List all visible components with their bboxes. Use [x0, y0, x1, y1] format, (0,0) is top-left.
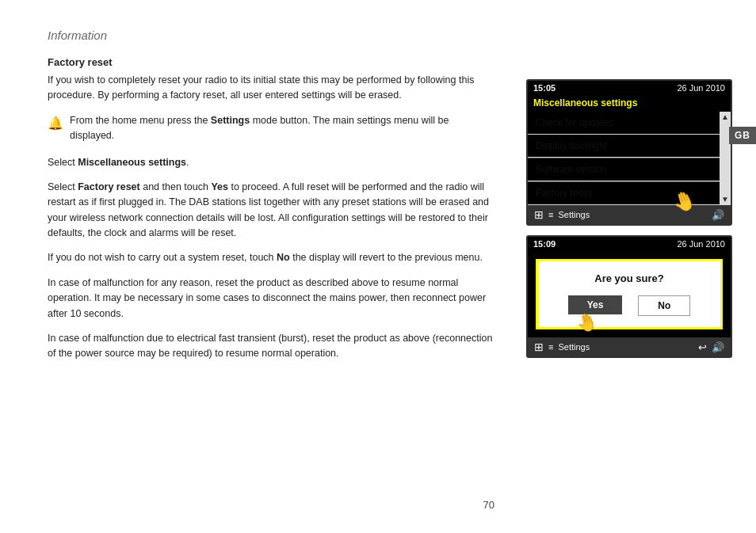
select-misc-text: Select Miscellaneous settings. — [48, 155, 494, 170]
factory-reset-bold: Factory reset — [78, 181, 140, 192]
screen1-toolbar-label: Settings — [558, 210, 707, 219]
settings-note: 🔔 From the home menu press the Settings … — [48, 113, 494, 144]
screen2-toolbar: ⊞ ≡ Settings ↩ 🔊 — [528, 337, 731, 356]
gb-badge-wrapper: GB — [729, 127, 756, 144]
menu-item-label: Display backlight — [536, 140, 607, 151]
menu-item-label: Factory reset — [536, 188, 591, 199]
grid-icon-2: ⊞ — [534, 341, 544, 353]
para1: If you wish to completely reset your rad… — [48, 73, 494, 104]
malfunction-para2: In case of malfunction due to electrical… — [48, 331, 494, 362]
factory-reset-heading: Factory reset — [48, 56, 494, 68]
screen2-time: 15:09 — [533, 239, 556, 249]
screen2-body: Are you sure? Yes 🤚 No — [528, 251, 731, 337]
screen2-date: 26 Jun 2010 — [677, 239, 725, 249]
scroll-up-arrow[interactable]: ▲ — [721, 113, 729, 121]
volume-icon: 🔊 — [712, 209, 724, 221]
factory-reset-para: Select Factory reset and then touch Yes … — [48, 180, 494, 242]
malfunction-para1: In case of malfunction for any reason, r… — [48, 276, 494, 322]
grid-icon: ⊞ — [534, 208, 544, 221]
no-para: If you do not wish to carry out a system… — [48, 250, 494, 265]
scroll-down-arrow[interactable]: ▼ — [721, 196, 729, 204]
yes-button[interactable]: Yes — [568, 295, 623, 314]
gb-badge: GB — [729, 127, 756, 144]
settings-bold: Settings — [211, 115, 250, 126]
menu-item-label: Check for updates — [536, 117, 613, 128]
back-icon: ↩ — [698, 341, 707, 353]
confirm-question: Are you sure? — [594, 272, 663, 284]
screen2-header: 15:09 26 Jun 2010 — [528, 237, 731, 251]
yes-button-wrapper: Yes 🤚 — [568, 295, 623, 316]
main-content: Information Factory reset If you wish to… — [0, 0, 526, 533]
section-title: Information — [48, 29, 494, 42]
menu-items-list: Check for updates Display backlight Soft… — [528, 112, 720, 205]
yes-bold: Yes — [211, 181, 228, 192]
settings-note-text: From the home menu press the Settings mo… — [70, 113, 494, 144]
screen1-title-bar: Miscellaneous settings — [528, 95, 731, 112]
screen2-toolbar-label: Settings — [558, 342, 693, 352]
toolbar-menu-icon: ≡ — [548, 210, 553, 219]
confirm-buttons: Yes 🤚 No — [548, 295, 711, 316]
menu-items-wrapper: Check for updates Display backlight Soft… — [528, 112, 731, 205]
screen1-time: 15:05 — [533, 83, 556, 93]
screen1-title: Miscellaneous settings — [533, 97, 637, 109]
menu-item-display-backlight[interactable]: Display backlight — [528, 135, 720, 158]
confirm-box: Are you sure? Yes 🤚 No — [536, 259, 723, 329]
menu-item-software-version[interactable]: Software version — [528, 158, 720, 181]
menu-item-factory-reset[interactable]: Factory reset 🤚 — [528, 182, 720, 205]
right-panel: GB 15:05 26 Jun 2010 Miscellaneous setti… — [526, 0, 756, 533]
device-screen-1: 15:05 26 Jun 2010 Miscellaneous settings… — [526, 79, 732, 226]
page-number: 70 — [483, 499, 494, 511]
home-menu-icon: 🔔 — [48, 114, 63, 134]
screen1-toolbar: ⊞ ≡ Settings 🔊 — [528, 205, 731, 224]
scroll-track[interactable]: ▲ ▼ — [720, 112, 731, 205]
toolbar-menu-icon-2: ≡ — [548, 342, 553, 352]
misc-bold: Miscellaneous settings — [78, 157, 186, 168]
device-screen-2: 15:09 26 Jun 2010 Are you sure? Yes 🤚 No — [526, 235, 732, 358]
no-bold: No — [277, 252, 290, 263]
menu-item-check-updates[interactable]: Check for updates — [528, 112, 720, 135]
menu-item-label: Software version — [536, 164, 606, 175]
screen1-date: 26 Jun 2010 — [677, 83, 725, 93]
volume-icon-2: 🔊 — [712, 341, 724, 353]
screen1-header: 15:05 26 Jun 2010 — [528, 81, 731, 95]
no-button[interactable]: No — [638, 295, 690, 316]
